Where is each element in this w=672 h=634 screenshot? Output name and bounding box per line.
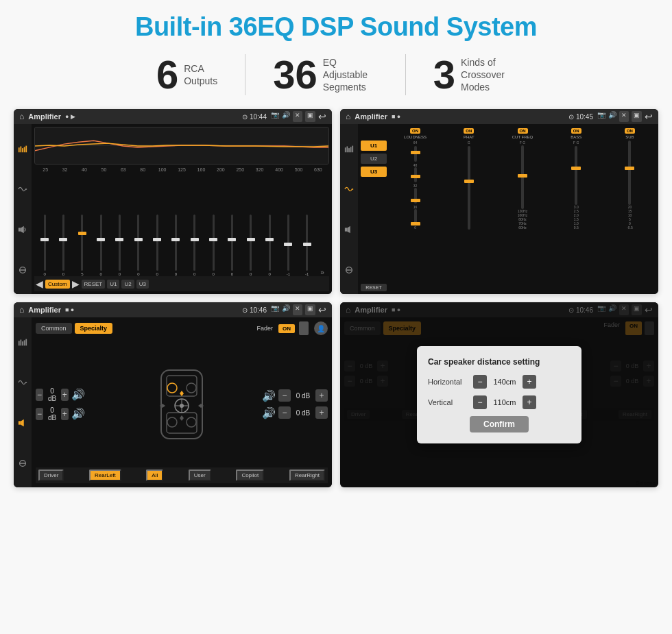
dialog-row-vertical: Vertical − 110cm + bbox=[428, 395, 571, 409]
svg-rect-10 bbox=[345, 147, 346, 152]
wave-icon[interactable] bbox=[16, 183, 29, 195]
topbar-icons3: 📷 🔊 ✕ ▣ ↩ bbox=[271, 304, 326, 315]
speaker-icon2[interactable]: 🔊 bbox=[608, 111, 616, 122]
stat-crossover: 3 Kinds ofCrossover Modes bbox=[406, 55, 543, 95]
distance-dialog: Car speaker distance setting Horizontal … bbox=[417, 346, 581, 443]
vol-rl-plus[interactable]: + bbox=[61, 408, 69, 420]
screen3-body: Common Specialty Fader ON 👤 − 0 bbox=[14, 317, 332, 487]
vol-fr-plus[interactable]: + bbox=[315, 389, 328, 402]
reset-btn[interactable]: RESET bbox=[82, 280, 106, 289]
back-icon2[interactable]: ↩ bbox=[645, 111, 653, 122]
screen2-body: U1 U2 U3 RESET ON LOUDNESS bbox=[340, 124, 658, 294]
svg-point-36 bbox=[187, 417, 196, 427]
horizontal-minus[interactable]: − bbox=[473, 375, 487, 389]
camera-icon3[interactable]: 📷 bbox=[271, 304, 279, 315]
home-icon3[interactable]: ⌂ bbox=[19, 305, 24, 315]
preset-u2[interactable]: U2 bbox=[361, 154, 387, 164]
cutfreq-badge[interactable]: ON bbox=[518, 128, 528, 134]
stat-eq: 36 EQ AdjustableSegments bbox=[245, 55, 405, 95]
speaker-icon2[interactable] bbox=[343, 223, 355, 236]
window-icon[interactable]: ▣ bbox=[305, 111, 315, 122]
close-icon2[interactable]: ✕ bbox=[619, 111, 629, 122]
phat-badge[interactable]: ON bbox=[464, 128, 474, 134]
screen3-title: Amplifier bbox=[28, 306, 61, 314]
reset-btn2[interactable]: RESET bbox=[361, 284, 387, 291]
svg-rect-23 bbox=[19, 421, 21, 424]
speaker-icon[interactable] bbox=[16, 223, 29, 236]
stat-eq-label: EQ AdjustableSegments bbox=[323, 56, 378, 94]
eq-labels: 25 32 40 50 63 80 100 125 160 200 250 32… bbox=[34, 167, 329, 172]
vol-rr-val: 0 dB bbox=[293, 409, 313, 417]
confirm-button[interactable]: Confirm bbox=[470, 416, 529, 432]
eq-label: 160 bbox=[191, 167, 211, 172]
close-icon[interactable]: ✕ bbox=[293, 111, 302, 122]
camera-icon2[interactable]: 📷 bbox=[597, 111, 605, 122]
vol-fr-val: 0 dB bbox=[293, 392, 313, 400]
vol-rr-minus[interactable]: − bbox=[278, 406, 291, 419]
eq-icon[interactable] bbox=[16, 143, 29, 155]
horizontal-plus[interactable]: + bbox=[523, 375, 536, 389]
topbar-dots2: ■ ● bbox=[392, 113, 400, 120]
preset-u1[interactable]: U1 bbox=[361, 141, 387, 151]
vol-fr-minus[interactable]: − bbox=[278, 389, 291, 402]
vol-rl-minus[interactable]: − bbox=[36, 408, 43, 420]
back-icon3[interactable]: ↩ bbox=[318, 304, 326, 315]
tab-common[interactable]: Common bbox=[36, 323, 72, 334]
svg-rect-18 bbox=[19, 341, 20, 345]
speaker-icon3[interactable]: 🔊 bbox=[282, 304, 290, 315]
back-icon[interactable]: ↩ bbox=[318, 111, 326, 122]
screen3-sidebar bbox=[14, 317, 32, 487]
driver-btn[interactable]: Driver bbox=[38, 470, 64, 481]
eq-icon3[interactable] bbox=[16, 336, 29, 348]
sub-badge[interactable]: ON bbox=[625, 128, 635, 134]
loudness-badge[interactable]: ON bbox=[410, 128, 420, 134]
eq-label: 80 bbox=[133, 167, 152, 172]
vertical-plus[interactable]: + bbox=[523, 395, 536, 409]
vol-fl-plus[interactable]: + bbox=[61, 389, 69, 401]
screen3-main: Common Specialty Fader ON 👤 − 0 bbox=[32, 317, 332, 487]
vol-fl-minus[interactable]: − bbox=[36, 389, 43, 401]
eq-label: 100 bbox=[152, 167, 171, 172]
home-icon2[interactable]: ⌂ bbox=[346, 112, 350, 121]
vertical-minus[interactable]: − bbox=[473, 395, 487, 409]
wave-icon3[interactable] bbox=[16, 376, 29, 389]
fader-label: Fader bbox=[256, 325, 273, 332]
dialog-overlay: Car speaker distance setting Horizontal … bbox=[340, 302, 658, 487]
all-btn[interactable]: All bbox=[146, 470, 163, 481]
speaker-icon3[interactable] bbox=[16, 417, 29, 429]
split-icon[interactable] bbox=[16, 264, 29, 276]
speaker-icon[interactable]: 🔊 bbox=[282, 111, 290, 122]
wave-icon2[interactable] bbox=[343, 183, 355, 195]
screen-distance: ⌂ Amplifier ■ ● ⊙ 10:46 📷 🔊 ✕ ▣ ↩ Common… bbox=[340, 302, 658, 487]
vol-rr-plus[interactable]: + bbox=[315, 406, 328, 419]
split-icon2[interactable] bbox=[343, 264, 355, 276]
preset-u3[interactable]: U3 bbox=[361, 167, 387, 177]
close-icon3[interactable]: ✕ bbox=[293, 304, 302, 315]
bottom-nav: Driver RearLeft All User Copilot RearRig… bbox=[36, 467, 328, 483]
home-icon[interactable]: ⌂ bbox=[19, 112, 24, 121]
rearleft-btn[interactable]: RearLeft bbox=[89, 470, 121, 481]
eq-icon2[interactable] bbox=[343, 143, 355, 155]
copilot-btn[interactable]: Copilot bbox=[236, 470, 264, 481]
window-icon3[interactable]: ▣ bbox=[305, 304, 315, 315]
stats-row: 6 RCAOutputs 36 EQ AdjustableSegments 3 … bbox=[14, 54, 658, 95]
stat-rca: 6 RCAOutputs bbox=[129, 55, 245, 95]
bass-badge[interactable]: ON bbox=[571, 128, 581, 134]
u3-btn[interactable]: U3 bbox=[136, 280, 149, 289]
user-btn[interactable]: User bbox=[189, 470, 211, 481]
window-icon2[interactable]: ▣ bbox=[632, 111, 642, 122]
split-icon3[interactable] bbox=[16, 457, 29, 470]
u1-btn[interactable]: U1 bbox=[107, 280, 119, 289]
custom-btn[interactable]: Custom bbox=[45, 280, 70, 289]
rearright-btn[interactable]: RearRight bbox=[289, 470, 325, 481]
user-icon[interactable]: 👤 bbox=[314, 321, 328, 335]
svg-rect-1 bbox=[21, 146, 22, 152]
eq-label: 25 bbox=[36, 167, 55, 172]
camera-icon[interactable]: 📷 bbox=[271, 111, 279, 122]
vol-row-rr: 🔊 − 0 dB + bbox=[262, 406, 328, 419]
vol-row-fr: 🔊 − 0 dB + bbox=[262, 389, 328, 402]
svg-rect-15 bbox=[345, 228, 348, 231]
fader-toggle[interactable]: ON bbox=[278, 324, 295, 333]
u2-btn[interactable]: U2 bbox=[121, 280, 134, 289]
tab-specialty[interactable]: Specialty bbox=[75, 323, 113, 334]
